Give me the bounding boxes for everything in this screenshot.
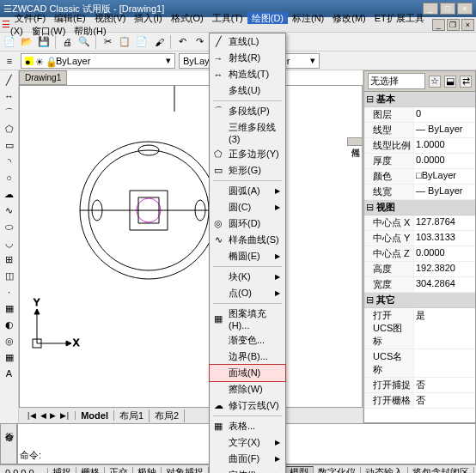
menu-item[interactable]: 插入(I) [130, 12, 166, 24]
menu-item[interactable]: 边界(B)... [210, 349, 285, 365]
app-menu-icon[interactable]: ☰ [2, 19, 10, 30]
menu-item[interactable]: 多线(U) [210, 82, 285, 99]
menu-item[interactable]: 块(K)▶ [210, 269, 285, 285]
prop-group[interactable]: 视图 [364, 200, 475, 215]
menu-item[interactable]: ▦图案填充(H)... [210, 306, 285, 332]
layer-icon[interactable]: ≡ [2, 53, 17, 69]
doc-minimize[interactable]: _ [432, 19, 445, 31]
circle-icon[interactable]: ○ [2, 170, 17, 185]
status-toggle[interactable]: 模型 [284, 466, 314, 473]
gradient-icon[interactable]: ◐ [2, 317, 17, 332]
menu-item[interactable]: ▦表格... [210, 418, 285, 434]
status-toggle[interactable]: 捕捉 [48, 467, 76, 473]
menu-item[interactable]: 文字(X)▶ [210, 434, 285, 451]
menu-item[interactable]: ⬠正多边形(Y) [210, 146, 285, 162]
tab-nav[interactable]: |◀ ◀ ▶ ▶| [22, 411, 76, 420]
line-icon[interactable]: ╱ [2, 72, 17, 88]
xline-icon[interactable]: ↔ [2, 88, 17, 104]
properties-tab[interactable]: 属性 [347, 137, 363, 146]
prop-group[interactable]: 基本 [364, 92, 475, 107]
status-toggle[interactable]: 动态输入 [361, 467, 408, 473]
menu-item[interactable]: 文件(F) [10, 12, 50, 24]
tab-model[interactable]: Model [76, 410, 114, 421]
insert-icon[interactable]: ⊞ [2, 252, 17, 267]
menu-item[interactable]: 实体(I)▶ [210, 467, 285, 473]
menu-item[interactable]: ▭矩形(G) [210, 162, 285, 179]
new-icon[interactable]: 📄 [2, 34, 17, 50]
menu-item[interactable]: 擦除(W) [210, 381, 285, 397]
revcloud-icon[interactable]: ☁ [2, 186, 17, 202]
menu-item[interactable]: 渐变色... [210, 332, 285, 349]
status-toggle[interactable]: 极轴 [133, 467, 162, 473]
prop-row[interactable]: 颜色□ByLayer [364, 169, 475, 185]
menu-item[interactable]: 圆弧(A)▶ [210, 183, 285, 199]
prop-row[interactable]: 中心点 Z0.0000 [364, 246, 475, 262]
status-toggle[interactable]: 正交 [105, 467, 133, 473]
point-icon[interactable]: · [2, 284, 17, 300]
menu-item[interactable]: 点(O)▶ [210, 285, 285, 301]
menu-item[interactable]: ╱直线(L) [210, 33, 285, 50]
pickset-icon[interactable]: ⬓ [444, 76, 456, 88]
match-icon[interactable]: 🖌 [151, 34, 167, 50]
menu-item[interactable]: 修改(M) [328, 12, 370, 24]
menu-item[interactable]: 工具(T) [208, 12, 247, 24]
drawing-canvas[interactable]: X Y [19, 85, 363, 408]
menu-item[interactable]: 曲面(F)▶ [210, 451, 285, 467]
text-icon[interactable]: A [2, 366, 17, 381]
ellipse-icon[interactable]: ⬭ [2, 219, 17, 234]
menu-item[interactable]: 圆(C)▶ [210, 199, 285, 215]
toggle-icon[interactable]: ⇄ [460, 76, 472, 88]
prop-row[interactable]: 高度192.3820 [364, 262, 475, 277]
region-icon[interactable]: ◎ [2, 333, 17, 349]
menu-item[interactable]: ↔构造线(T) [210, 66, 285, 82]
doc-tab[interactable]: Drawing1 [19, 70, 67, 85]
hatch-icon[interactable]: ▦ [2, 300, 17, 316]
redo-icon[interactable]: ↷ [192, 34, 207, 50]
menu-item[interactable]: 三维多段线(3) [210, 119, 285, 146]
rect-icon[interactable]: ▭ [2, 137, 17, 153]
tab-layout2[interactable]: 布局2 [150, 409, 185, 422]
prop-group[interactable]: 其它 [364, 293, 475, 308]
save-icon[interactable]: 💾 [36, 34, 52, 50]
selection-filter[interactable]: 无选择 [368, 73, 425, 89]
prop-row[interactable]: 打开栅格否 [364, 393, 475, 409]
undo-icon[interactable]: ↶ [174, 34, 190, 50]
doc-restore[interactable]: ❐ [447, 19, 460, 31]
menu-item[interactable]: ☁修订云线(V) [210, 397, 285, 414]
menu-item[interactable]: 椭圆(E)▶ [210, 248, 285, 264]
menu-item[interactable]: 格式(O) [167, 12, 208, 24]
menu-item[interactable]: ⌒多段线(P) [210, 103, 285, 119]
prop-row[interactable]: 宽度304.2864 [364, 277, 475, 293]
menu-item[interactable]: 面域(N) [209, 364, 286, 382]
layer-select[interactable]: ●☀🔓 ByLayer▾ [21, 53, 175, 69]
menu-item[interactable]: 视图(V) [90, 12, 131, 24]
pline-icon[interactable]: ⌒ [2, 105, 17, 120]
prop-row[interactable]: 线型— ByLayer [364, 123, 475, 138]
menu-item[interactable]: →射线(R) [210, 50, 285, 66]
status-toggle[interactable]: 栅格 [76, 467, 105, 473]
arc-icon[interactable]: ◝ [2, 154, 17, 169]
print-icon[interactable]: 🖨 [59, 34, 75, 50]
prop-row[interactable]: 打开捕捉否 [364, 378, 475, 393]
prop-row[interactable]: 厚度0.0000 [364, 154, 475, 169]
block-icon[interactable]: ◫ [2, 268, 17, 283]
doc-close[interactable]: × [461, 19, 474, 31]
table-icon[interactable]: ▦ [2, 349, 17, 365]
spline-icon[interactable]: ∿ [2, 203, 17, 218]
close-button[interactable]: × [457, 3, 473, 15]
prop-row[interactable]: UCS名称 [364, 349, 475, 378]
status-toggle[interactable]: 对象捕捉 [162, 467, 209, 473]
status-toggle[interactable]: 将包含封闭区 [408, 467, 474, 473]
prop-row[interactable]: 打开UCS图标是 [364, 308, 475, 349]
ellipsearc-icon[interactable]: ◡ [2, 235, 17, 251]
paste-icon[interactable]: 📄 [134, 34, 150, 50]
menu-item[interactable]: 标注(N) [288, 12, 328, 24]
prop-row[interactable]: 线型比例1.0000 [364, 138, 475, 154]
menu-item[interactable]: 绘图(D) [247, 12, 288, 24]
status-toggle[interactable]: 数字化仪 [314, 467, 361, 473]
menu-item[interactable]: ∿样条曲线(S) [210, 232, 285, 248]
copy-icon[interactable]: 📋 [117, 34, 132, 50]
menu-item[interactable]: ◎圆环(D) [210, 215, 285, 232]
open-icon[interactable]: 📂 [19, 34, 34, 50]
prop-row[interactable]: 中心点 Y103.3133 [364, 231, 475, 246]
